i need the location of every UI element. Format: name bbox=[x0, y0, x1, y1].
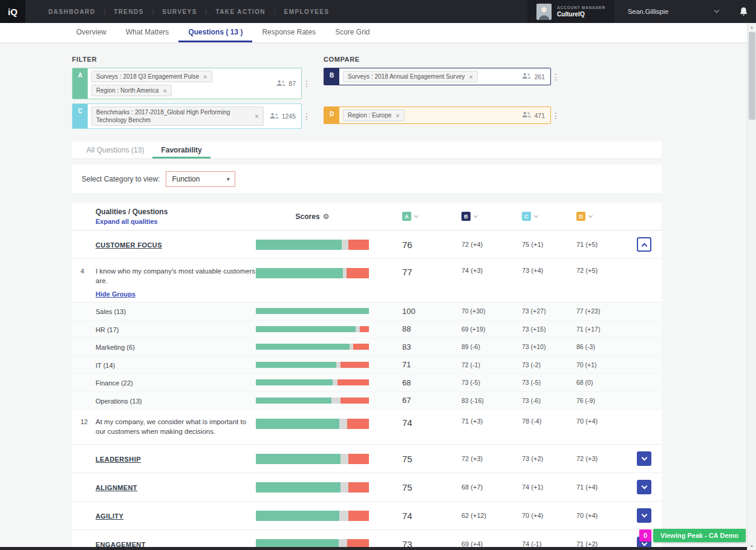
respondent-count-value: 471 bbox=[534, 112, 545, 119]
score-c-value: 73 (+15) bbox=[522, 326, 576, 333]
score-b-value: 71 (+3) bbox=[461, 417, 522, 425]
column-header-c[interactable]: C bbox=[522, 212, 576, 221]
score-a-value: 75 bbox=[369, 454, 461, 464]
favorability-bar bbox=[256, 379, 369, 385]
card-menu-icon[interactable]: ⋮ bbox=[302, 68, 311, 99]
chip-list: Region : Europe× bbox=[339, 107, 520, 123]
remove-chip-icon[interactable]: × bbox=[203, 73, 207, 80]
table-row-operations-13: Operations (13)6783 (-16)73 (-6)76 (-9) bbox=[72, 392, 662, 410]
card-letter-badge-d: D bbox=[324, 107, 339, 123]
question-cell: AGILITY bbox=[72, 510, 256, 521]
user-name: Sean.Gillispie bbox=[628, 8, 668, 15]
bar-cell bbox=[256, 267, 369, 278]
remove-chip-icon[interactable]: × bbox=[163, 87, 166, 94]
chevron-cell bbox=[637, 480, 662, 494]
question-cell: ALIGNMENT bbox=[72, 482, 256, 493]
widget-count-badge[interactable]: 0 bbox=[639, 529, 651, 542]
filter-chip: Benchmarks : 2017-2018_Global High Perfo… bbox=[91, 106, 264, 126]
subtab-all-questions-13[interactable]: All Questions (13) bbox=[78, 142, 152, 159]
question-cell: HR (17) bbox=[72, 324, 256, 335]
expand-quality-button[interactable] bbox=[637, 508, 651, 523]
vertical-scrollbar[interactable]: ▲ ▼ bbox=[747, 23, 756, 550]
people-icon bbox=[522, 73, 531, 80]
remove-chip-icon[interactable]: × bbox=[255, 113, 258, 120]
chip-label: Region : North America bbox=[96, 87, 158, 94]
remove-chip-icon[interactable]: × bbox=[469, 73, 472, 80]
tab-questions-13[interactable]: Questions ( 13 ) bbox=[178, 23, 252, 42]
card-menu-icon[interactable]: ⋮ bbox=[302, 103, 311, 129]
expand-all-qualities-link[interactable]: Expand all qualities bbox=[96, 218, 256, 225]
respondent-count-value: 261 bbox=[534, 73, 545, 80]
nav-item-surveys[interactable]: SURVEYS bbox=[154, 8, 205, 15]
neutral-segment bbox=[333, 379, 337, 385]
tab-what-matters[interactable]: What Matters bbox=[116, 23, 178, 42]
nav-item-dashboard[interactable]: DASHBOARD bbox=[40, 8, 104, 15]
viewing-peak-demo-button[interactable]: Viewing Peak - CA Demo bbox=[653, 529, 746, 542]
subtab-favorability[interactable]: Favorability bbox=[152, 142, 210, 159]
score-d-value: 71 (+17) bbox=[576, 326, 637, 333]
expand-quality-button[interactable] bbox=[637, 451, 651, 466]
filter-card-a: ASurveys : 2018 Q3 Engagement Pulse×Regi… bbox=[72, 68, 302, 99]
favorable-segment bbox=[256, 308, 369, 314]
question-cell: CUSTOMER FOCUS bbox=[72, 239, 256, 250]
column-header-d[interactable]: D bbox=[576, 212, 637, 221]
people-icon bbox=[522, 111, 531, 119]
scores-header: Scores ⚙ bbox=[256, 212, 369, 221]
collapse-quality-button[interactable] bbox=[637, 237, 651, 252]
score-b-value: 74 (+3) bbox=[461, 267, 522, 274]
demo-widget: 0 Viewing Peak - CA Demo bbox=[639, 529, 746, 542]
tab-response-rates[interactable]: Response Rates bbox=[252, 23, 325, 42]
hide-groups-link[interactable]: Hide Groups bbox=[96, 290, 135, 298]
people-icon bbox=[276, 80, 285, 88]
scrollbar-down-arrow-icon[interactable]: ▼ bbox=[748, 542, 756, 550]
score-a-value: 74 bbox=[369, 511, 461, 521]
notifications-bell-icon[interactable] bbox=[733, 7, 754, 16]
quality-link[interactable]: LEADERSHIP bbox=[96, 456, 141, 463]
score-b-value: 72 (+4) bbox=[461, 241, 522, 248]
group-label: Finance (22) bbox=[96, 379, 133, 387]
score-d-value: 71 (+4) bbox=[576, 483, 637, 491]
tab-score-grid[interactable]: Score Grid bbox=[325, 23, 379, 42]
scrollbar-up-arrow-icon[interactable]: ▲ bbox=[748, 23, 756, 31]
score-d-value: 86 (-3) bbox=[576, 343, 637, 350]
card-menu-icon[interactable]: ⋮ bbox=[551, 68, 561, 85]
neutral-segment bbox=[339, 419, 347, 429]
filter-chip: Surveys : 2018 Annual Engagement Survey× bbox=[343, 71, 478, 82]
scrollbar-thumb[interactable] bbox=[749, 32, 755, 120]
user-menu[interactable]: Sean.Gillispie bbox=[628, 8, 719, 15]
favorable-segment bbox=[256, 419, 339, 429]
scores-settings-gear-icon[interactable]: ⚙ bbox=[323, 212, 330, 221]
tab-overview[interactable]: Overview bbox=[67, 23, 116, 42]
favorable-segment bbox=[256, 379, 333, 385]
column-header-a[interactable]: A bbox=[369, 212, 461, 221]
score-b-value: 62 (+12) bbox=[461, 512, 522, 519]
quality-link[interactable]: AGILITY bbox=[96, 512, 123, 520]
chevron-down-icon bbox=[641, 454, 647, 460]
nav-item-trends[interactable]: TRENDS bbox=[105, 8, 152, 15]
quality-link[interactable]: CUSTOMER FOCUS bbox=[96, 241, 162, 249]
card-menu-icon[interactable]: ⋮ bbox=[551, 106, 561, 124]
question-text: I know who my company's most valuable cu… bbox=[96, 267, 256, 286]
account-block: ACCOUNT MANAGER CultureIQ bbox=[527, 0, 614, 23]
score-a-value: 75 bbox=[369, 482, 461, 493]
column-badge-c: C bbox=[522, 212, 531, 221]
table-row-marketing-6: Marketing (6)8389 (-6)73 (+10)86 (-3) bbox=[72, 338, 662, 356]
table-row-hr-17: HR (17)8869 (+19)73 (+15)71 (+17) bbox=[72, 321, 662, 339]
remove-chip-icon[interactable]: × bbox=[396, 112, 399, 119]
nav-item-employees[interactable]: EMPLOYEES bbox=[276, 8, 338, 15]
avatar[interactable] bbox=[536, 4, 552, 20]
table-row-alignment: ALIGNMENT7568 (+7)74 (+1)71 (+4) bbox=[72, 473, 662, 502]
table-row-i-know-who-my-company-s-most-valuable-customers-are: 4I know who my company's most valuable c… bbox=[72, 259, 662, 303]
score-a-value: 67 bbox=[369, 396, 461, 405]
filter-card-b: BSurveys : 2018 Annual Engagement Survey… bbox=[324, 68, 551, 85]
respondent-count-value: 87 bbox=[288, 80, 296, 87]
expand-quality-button[interactable] bbox=[637, 480, 651, 494]
qualities-header-title: Qualities / Questions bbox=[96, 208, 256, 216]
nav-item-take-action[interactable]: TAKE ACTION bbox=[207, 8, 274, 15]
score-b-value: 73 (-5) bbox=[461, 379, 522, 386]
category-select[interactable]: Function ▾ bbox=[166, 171, 235, 187]
app-logo[interactable]: iQ bbox=[0, 0, 25, 23]
column-header-b[interactable]: B bbox=[461, 212, 522, 221]
quality-link[interactable]: ALIGNMENT bbox=[96, 484, 137, 491]
unfavorable-segment bbox=[353, 344, 369, 350]
